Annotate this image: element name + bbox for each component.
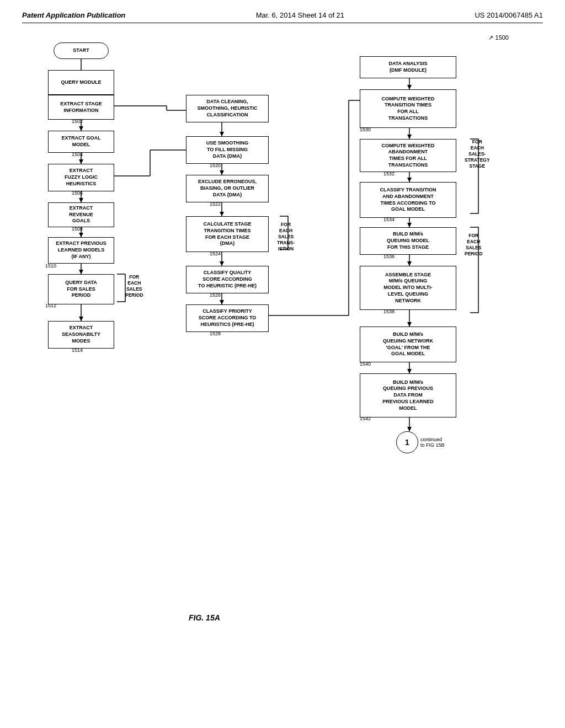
svg-marker-41: [220, 212, 224, 216]
svg-marker-37: [79, 270, 83, 274]
svg-marker-34: [79, 159, 83, 164]
use-smoothing-box: USE SMOOTHING TO FILL MISSING DATA (DMA): [186, 136, 269, 164]
exclude-erroneous-box: EXCLUDE ERRONEOUS, BIASING, OR OUTLIER D…: [186, 175, 269, 202]
header-date-sheet: Mar. 6, 2014 Sheet 14 of 21: [256, 11, 344, 19]
svg-marker-44: [407, 85, 412, 89]
assemble-stage-box: ASSEMBLE STAGE M/M/s QUEUING MODEL INTO …: [360, 266, 456, 310]
header-publication: Patent Application Publication: [22, 11, 125, 19]
data-cleaning-box: DATA CLEANING, SMOOTHING, HEURISTIC CLAS…: [186, 95, 269, 122]
classify-quality-box: CLASSIFY QUALITY SCORE ACCORDING TO HEUR…: [186, 266, 269, 293]
svg-marker-48: [407, 261, 412, 266]
compute-weighted-trans-box: COMPUTE WEIGHTED TRANSITION TIMES FOR AL…: [360, 89, 456, 128]
extract-previous-box: EXTRACT PREVIOUS LEARNED MODELS (IF ANY): [48, 237, 114, 264]
svg-marker-43: [220, 300, 224, 304]
label-1520: 1520: [210, 163, 221, 168]
build-mms-previous-box: BUILD M/M/s QUEUING PREVIOUS DATA FROM P…: [360, 373, 456, 417]
label-1522: 1522: [210, 201, 221, 207]
extract-revenue-box: EXTRACT REVENUE GOALS: [48, 202, 114, 227]
svg-marker-51: [407, 427, 412, 431]
label-1512: 1512: [45, 303, 56, 308]
svg-marker-47: [407, 223, 412, 227]
query-data-box: QUERY DATA FOR SALES PERIOD: [48, 274, 114, 304]
label-1504: 1504: [72, 152, 83, 157]
flow-svg: [23, 29, 542, 679]
label-1528: 1528: [210, 331, 221, 336]
for-each-trans-label: FOREACHSALESTRANS-ISTION: [277, 222, 295, 252]
continued-text: continuedto FIG 15B: [420, 437, 445, 448]
for-each-period-label-right: FOREACHSALESPERIOD: [465, 233, 483, 257]
svg-marker-50: [407, 369, 412, 373]
svg-marker-49: [407, 322, 412, 326]
label-1538: 1538: [383, 309, 395, 314]
extract-season-box: EXTRACT SEASONABILTY MODES: [48, 321, 114, 349]
page: Patent Application Publication Mar. 6, 2…: [0, 0, 565, 728]
svg-marker-38: [79, 317, 83, 321]
fig-label: FIG. 15A: [189, 613, 220, 622]
label-1524: 1524: [210, 251, 221, 256]
svg-marker-46: [407, 178, 412, 182]
header-patent-number: US 2014/0067485 A1: [475, 11, 543, 19]
label-1502: 1502: [72, 119, 83, 124]
data-analysis-box: DATA ANALYSIS (DMF MODULE): [360, 56, 456, 78]
diagram-number: ↗ 1500: [488, 34, 509, 41]
for-each-period-label-left: FOREACHSALESPERIOD: [125, 274, 143, 298]
calculate-stage-box: CALCULATE STAGE TRANSITION TIMES FOR EAC…: [186, 216, 269, 252]
query-module-box: QUERY MODULE: [48, 70, 114, 95]
start-box: START: [54, 42, 109, 59]
label-1532: 1532: [383, 171, 395, 176]
extract-stage-box: EXTRACT STAGE INFORMATION: [48, 95, 114, 120]
svg-marker-36: [79, 233, 83, 237]
for-each-strategy-label: FOREACHSALES-STRATEGYSTAGE: [465, 139, 490, 169]
compute-weighted-abandon-box: COMPUTE WEIGHTED ABANDONMENT TIMES FOR A…: [360, 139, 456, 172]
svg-marker-35: [79, 198, 83, 202]
label-1534: 1534: [383, 217, 395, 222]
label-1506: 1506: [72, 190, 83, 196]
diagram-area: ↗ 1500: [23, 29, 542, 679]
label-1508: 1508: [72, 226, 83, 232]
svg-marker-39: [220, 132, 224, 136]
extract-fuzzy-box: EXTRACT FUZZY LOGIC HEURISTICS: [48, 164, 114, 191]
label-1536: 1536: [383, 254, 395, 259]
label-1540: 1540: [360, 361, 371, 367]
svg-marker-33: [79, 126, 83, 131]
label-1530: 1530: [360, 127, 371, 132]
label-1514: 1514: [72, 347, 83, 353]
classify-priority-box: CLASSIFY PRIORITY SCORE ACCORDING TO HEU…: [186, 304, 269, 332]
classify-transition-box: CLASSIFY TRANSITION AND ABANDONMENT TIME…: [360, 182, 456, 218]
build-mms-box: BUILD M/M/s QUEUING MODEL FOR THIS STAGE: [360, 227, 456, 255]
svg-marker-42: [220, 261, 224, 266]
header: Patent Application Publication Mar. 6, 2…: [22, 11, 543, 23]
svg-marker-40: [220, 170, 224, 175]
build-mms-goal-box: BUILD M/M/s QUEUING NETWORK 'GOAL' FROM …: [360, 326, 456, 362]
label-1510: 1510: [45, 263, 56, 269]
label-1526: 1526: [210, 292, 221, 298]
svg-marker-45: [407, 135, 412, 139]
label-1542: 1542: [360, 416, 371, 421]
extract-goal-box: EXTRACT GOAL MODEL: [48, 131, 114, 153]
continued-circle: 1: [396, 431, 418, 453]
